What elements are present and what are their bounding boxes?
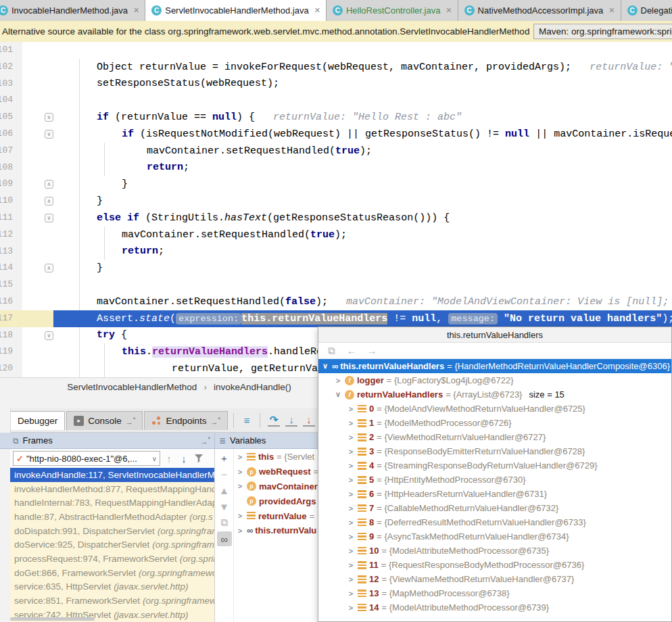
popup-tree-row[interactable]: >5 = {HttpEntityMethodProcessor@6730}	[318, 473, 671, 487]
chevron-right-icon[interactable]: >	[347, 590, 355, 598]
view-options-icon[interactable]: ≡	[239, 413, 254, 428]
close-icon[interactable]: ✕	[608, 6, 615, 15]
chevron-right-icon[interactable]: >	[347, 604, 355, 612]
frame-row[interactable]: doService:925, DispatcherServlet(org.spr…	[10, 537, 214, 552]
pin-icon[interactable]: →*	[210, 416, 220, 426]
forward-icon[interactable]: →	[364, 343, 379, 358]
popup-tree-row[interactable]: >7 = {CallableMethodReturnValueHandler@6…	[318, 501, 671, 515]
code-text[interactable]: Object returnValue = invokeForRequest(we…	[53, 59, 672, 76]
move-down-icon[interactable]: ▼	[217, 499, 232, 514]
code-line[interactable]: 104	[0, 92, 672, 109]
chevron-right-icon[interactable]: >	[236, 482, 244, 490]
code-line[interactable]: 107mavContainer.setRequestHandled(true);	[0, 143, 672, 160]
pin-icon[interactable]: →*	[126, 416, 136, 426]
chevron-right-icon[interactable]: >	[347, 490, 355, 498]
alternative-source-select[interactable]: Maven: org.springframework:sprin	[533, 24, 672, 39]
editor-tab[interactable]: CInvocableHandlerMethod.java✕	[0, 0, 145, 21]
code-line[interactable]: 103setResponseStatus(webRequest);	[0, 76, 672, 93]
popup-tree-row[interactable]: ∨freturnValueHandlers = {ArrayList@6723}…	[318, 387, 671, 402]
duplicate-icon[interactable]: ⧉	[324, 343, 339, 358]
code-text[interactable]: Assert.state(expression:this.returnValue…	[53, 310, 672, 327]
code-line[interactable]: 114∧}	[0, 260, 672, 277]
frame-row[interactable]: handleInternal:783, RequestMappingHandle…	[10, 496, 214, 510]
code-line[interactable]: 106∨if (isRequestNotModified(webRequest)…	[0, 126, 672, 143]
code-text[interactable]: if (isRequestNotModified(webRequest) || …	[53, 126, 672, 143]
thread-selector[interactable]: ✓ "http-nio-8080-exec-1"@6,... ∨	[13, 451, 160, 466]
fold-end-icon[interactable]: ∧	[45, 180, 53, 189]
code-line[interactable]: 112mavContainer.setRequestHandled(true);	[0, 226, 672, 243]
step-into-icon[interactable]: ↓	[285, 414, 297, 427]
popup-tree-row[interactable]: >0 = {ModelAndViewMethodReturnValueHandl…	[318, 402, 671, 416]
chevron-right-icon[interactable]: >	[347, 433, 355, 441]
filter-icon[interactable]	[191, 451, 206, 466]
chevron-right-icon[interactable]: >	[347, 561, 355, 569]
force-step-into-icon[interactable]: ↓	[303, 414, 315, 427]
fold-end-icon[interactable]: ∧	[45, 197, 53, 206]
popup-tree-row[interactable]: >1 = {ModelMethodProcessor@6726}	[318, 416, 671, 430]
chevron-down-icon[interactable]: ∨	[334, 390, 342, 399]
debug-tab-endpoints[interactable]: Endpoints→*	[144, 411, 228, 430]
duplicate-icon[interactable]: ⧉	[217, 515, 232, 530]
code-text[interactable]	[53, 277, 672, 293]
editor-tab[interactable]: CServletInvocableHandlerMethod.java✕	[145, 0, 327, 21]
code-text[interactable]: mavContainer.setRequestHandled(true);	[53, 226, 672, 243]
popup-tree-row[interactable]: >3 = {ResponseBodyEmitterReturnValueHand…	[318, 444, 671, 458]
move-up-icon[interactable]: ▲	[217, 483, 232, 498]
chevron-right-icon[interactable]: >	[347, 533, 355, 541]
code-line[interactable]: 113return;	[0, 243, 672, 260]
close-icon[interactable]: ✕	[314, 6, 320, 15]
show-watches-icon[interactable]: ∞	[217, 531, 232, 546]
pin-icon[interactable]: →*	[200, 435, 210, 446]
code-text[interactable]: }	[53, 260, 672, 277]
frame-row[interactable]: invokeAndHandle:117, ServletInvocableHan…	[10, 468, 214, 482]
code-text[interactable]: return;	[53, 160, 672, 176]
code-line[interactable]: 116mavContainer.setRequestHandled(false)…	[0, 293, 672, 310]
popup-tree-row[interactable]: >12 = {ViewNameMethodReturnValueHandler@…	[318, 572, 671, 586]
back-icon[interactable]: ←	[344, 343, 359, 358]
code-text[interactable]: else if (StringUtils.hasText(getResponse…	[53, 210, 672, 226]
fold-collapse-icon[interactable]: ∨	[45, 331, 53, 340]
code-line[interactable]: 105∨if (returnValue == null) { returnVal…	[0, 109, 672, 126]
fold-end-icon[interactable]: ∧	[45, 264, 53, 272]
frame-row[interactable]: processRequest:974, FrameworkServlet(org…	[10, 552, 214, 566]
popup-tree-row[interactable]: >8 = {DeferredResultMethodReturnValueHan…	[318, 515, 671, 529]
code-text[interactable]	[53, 42, 672, 59]
popup-tree-row[interactable]: >9 = {AsyncTaskMethodReturnValueHandler@…	[318, 529, 671, 544]
chevron-right-icon[interactable]: >	[347, 575, 355, 583]
chevron-right-icon[interactable]: >	[236, 527, 244, 535]
code-line[interactable]: 117Assert.state(expression:this.returnVa…	[0, 310, 672, 327]
frame-down-icon[interactable]: ↓	[176, 451, 191, 466]
editor-tab[interactable]: CNativeMethodAccessorImpl.java✕	[458, 0, 621, 21]
frame-row[interactable]: service:635, HttpServlet(javax.servlet.h…	[10, 580, 214, 594]
chevron-down-icon[interactable]: ∨	[321, 362, 329, 370]
popup-tree-row[interactable]: >4 = {StreamingResponseBodyReturnValueHa…	[318, 458, 671, 473]
code-text[interactable]	[53, 92, 672, 109]
debug-tab-debugger[interactable]: Debugger	[10, 411, 65, 430]
frame-row[interactable]: service:851, FrameworkServlet(org.spring…	[10, 594, 214, 608]
editor-tab[interactable]: CDelegatingMe	[621, 0, 672, 21]
chevron-right-icon[interactable]: >	[347, 547, 355, 555]
editor-tab[interactable]: CHelloRestController.java✕	[327, 0, 458, 21]
code-text[interactable]: mavContainer.setRequestHandled(false); m…	[53, 293, 672, 310]
code-text[interactable]: mavContainer.setRequestHandled(true);	[53, 143, 672, 160]
frame-up-icon[interactable]: ↑	[162, 451, 176, 466]
frames-horizontal-scrollbar[interactable]	[10, 617, 95, 621]
remove-watch-icon[interactable]: −	[217, 466, 232, 481]
popup-tree-row[interactable]: >6 = {HttpHeadersReturnValueHandler@6731…	[318, 487, 671, 501]
code-text[interactable]: return;	[53, 243, 672, 260]
add-watch-icon[interactable]: +	[217, 450, 232, 465]
code-text[interactable]: setResponseStatus(webRequest);	[53, 76, 672, 93]
popup-tree-row[interactable]: >13 = {MapMethodProcessor@6738}	[318, 586, 671, 600]
popup-tree-row[interactable]: >2 = {ViewMethodReturnValueHandler@6727}	[318, 430, 671, 444]
code-text[interactable]: if (returnValue == null) { returnValue: …	[53, 109, 672, 126]
frame-row[interactable]: handle:87, AbstractHandlerMethodAdapter(…	[10, 510, 214, 524]
code-line[interactable]: 110∧}	[0, 193, 672, 210]
code-line[interactable]: 108return;	[0, 160, 672, 176]
code-line[interactable]: 101	[0, 42, 672, 59]
chevron-right-icon[interactable]: >	[347, 476, 355, 484]
debug-tab-console[interactable]: ▸Console→*	[66, 411, 143, 430]
chevron-right-icon[interactable]: >	[347, 405, 355, 413]
close-icon[interactable]: ✕	[446, 6, 452, 15]
fold-collapse-icon[interactable]: ∨	[45, 214, 53, 222]
chevron-right-icon[interactable]: >	[347, 504, 355, 512]
